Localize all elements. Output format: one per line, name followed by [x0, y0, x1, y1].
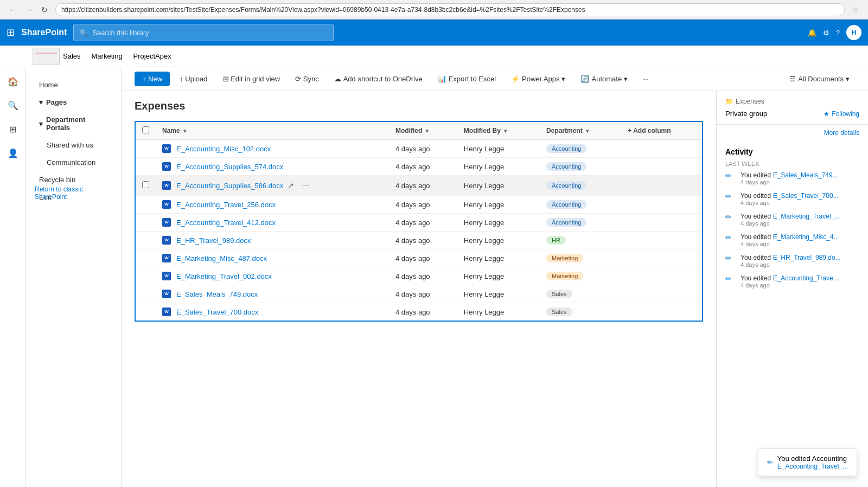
- return-classic-link[interactable]: Return to classic SharePoint: [26, 181, 121, 205]
- url-bar[interactable]: [55, 3, 845, 16]
- activity-file-link[interactable]: E_Marketing_Travel_...: [773, 213, 840, 220]
- activity-file-link[interactable]: E_Marketing_Misc_4...: [773, 233, 839, 241]
- file-name-cell: W E_Accounting_Travel_256.docx: [156, 196, 389, 214]
- file-link[interactable]: E_Sales_Travel_700.docx: [176, 308, 258, 316]
- file-link[interactable]: E_Accounting_Misc_102.docx: [176, 145, 271, 153]
- file-link[interactable]: E_Marketing_Misc_487.docx: [176, 254, 267, 262]
- recent-tab-projectapex[interactable]: ProjectApex: [133, 52, 171, 60]
- shortcut-button[interactable]: ☁ Add shortcut to OneDrive: [329, 72, 428, 86]
- notification-icon[interactable]: 🔔: [808, 29, 816, 37]
- row-checkbox-cell[interactable]: [135, 303, 156, 322]
- waffle-icon[interactable]: ⊞: [7, 27, 15, 39]
- row-checkbox-cell[interactable]: [135, 232, 156, 249]
- recent-thumbnail-sales[interactable]: Sales: [33, 48, 81, 65]
- recent-tab-sales[interactable]: Sales: [63, 52, 81, 60]
- activity-time: 4 days ago: [741, 282, 839, 289]
- row-checkbox-cell[interactable]: [135, 140, 156, 158]
- word-icon: W: [162, 144, 171, 153]
- sidebar-item-communication[interactable]: Communication: [30, 154, 117, 171]
- sidebar-icon-profile[interactable]: 👤: [3, 143, 23, 163]
- new-button[interactable]: + New: [135, 72, 170, 86]
- file-link[interactable]: E_Accounting_Travel_412.docx: [176, 219, 276, 227]
- activity-file-link[interactable]: E_Accounting_Trave...: [773, 274, 839, 282]
- row-checkbox-cell[interactable]: [135, 249, 156, 267]
- sidebar-item-dept-portals[interactable]: ▾ Department Portals: [30, 111, 117, 136]
- sidebar-icons: 🏠 🔍 ⊞ 👤: [0, 67, 26, 487]
- browser-nav[interactable]: ← → ↻: [5, 3, 51, 16]
- row-checkbox-cell[interactable]: [135, 267, 156, 285]
- modified-by-cell: Henry Legge: [457, 303, 540, 322]
- checkbox-all[interactable]: [142, 126, 149, 133]
- file-link[interactable]: E_Marketing_Travel_002.docx: [176, 272, 272, 280]
- row-checkbox[interactable]: [142, 181, 149, 188]
- add-column-button[interactable]: + Add column: [621, 121, 703, 140]
- row-checkbox-cell[interactable]: [135, 214, 156, 232]
- department-badge: Accounting: [546, 144, 586, 153]
- department-badge: HR: [546, 236, 566, 245]
- file-link[interactable]: E_Accounting_Supplies_574.docx: [176, 163, 283, 171]
- col-header-name[interactable]: Name ▼: [156, 121, 389, 140]
- sidebar-icon-search[interactable]: 🔍: [3, 95, 23, 115]
- activity-time: 4 days ago: [741, 220, 840, 227]
- department-cell: HR: [540, 232, 621, 249]
- search-box[interactable]: 🔍 Search this library: [73, 24, 334, 41]
- automate-icon: 🔄: [580, 75, 589, 83]
- forward-button[interactable]: →: [22, 3, 36, 16]
- table-row: W E_Accounting_Travel_256.docx 4 days ag…: [135, 196, 703, 214]
- sidebar-item-shared[interactable]: Shared with us: [30, 137, 117, 153]
- more-details-link[interactable]: More details: [717, 125, 868, 141]
- activity-title: Activity: [725, 148, 859, 156]
- following-button[interactable]: ★ Following: [824, 110, 859, 118]
- modified-by-cell: Henry Legge: [457, 249, 540, 267]
- col-header-modified[interactable]: Modified ▼: [389, 121, 457, 140]
- activity-file-link[interactable]: E_Sales_Meals_749...: [773, 171, 838, 179]
- department-cell: Accounting: [540, 140, 621, 158]
- power-apps-button[interactable]: ⚡ Power Apps ▾: [506, 72, 571, 86]
- more-button[interactable]: ···: [637, 72, 654, 86]
- modified-cell: 4 days ago: [389, 158, 457, 176]
- row-checkbox-cell[interactable]: [135, 176, 156, 196]
- sidebar-icon-apps[interactable]: ⊞: [3, 119, 23, 139]
- automate-button[interactable]: 🔄 Automate ▾: [575, 72, 633, 86]
- modified-cell: 4 days ago: [389, 285, 457, 303]
- more-actions-button[interactable]: ⋯: [299, 180, 311, 191]
- file-link[interactable]: E_Accounting_Travel_256.docx: [176, 201, 276, 209]
- panel-actions: Private group ★ Following: [725, 110, 859, 118]
- activity-file-link[interactable]: E_Sales_Travel_700...: [773, 192, 839, 200]
- department-badge: Accounting: [546, 181, 586, 190]
- activity-text: You edited E_Marketing_Travel_...: [741, 213, 840, 220]
- file-link[interactable]: E_Sales_Meals_749.docx: [176, 290, 258, 298]
- upload-button[interactable]: ↑ Upload: [174, 72, 213, 86]
- row-checkbox-cell[interactable]: [135, 158, 156, 176]
- sync-button[interactable]: ⟳ Sync: [290, 72, 324, 86]
- row-checkbox-cell[interactable]: [135, 285, 156, 303]
- select-all-checkbox[interactable]: [135, 121, 156, 140]
- help-icon[interactable]: ?: [836, 29, 840, 37]
- col-header-department[interactable]: Department ▼: [540, 121, 621, 140]
- avatar[interactable]: H: [846, 25, 861, 40]
- settings-icon[interactable]: ⚙: [823, 29, 829, 37]
- col-header-modified-by[interactable]: Modified By ▼: [457, 121, 540, 140]
- activity-file-link[interactable]: E_HR_Travel_989.do...: [773, 254, 841, 261]
- file-link[interactable]: E_Accounting_Supplies_586.docx: [176, 182, 283, 190]
- share-button[interactable]: ↗: [285, 180, 296, 191]
- edit-icon: ✏: [767, 458, 773, 466]
- row-checkbox-cell[interactable]: [135, 196, 156, 214]
- refresh-button[interactable]: ↻: [38, 3, 51, 16]
- file-name-cell: W E_Marketing_Travel_002.docx: [156, 267, 389, 285]
- sidebar-item-home[interactable]: Home: [30, 76, 117, 93]
- recent-tab-marketing[interactable]: Marketing: [92, 52, 123, 60]
- activity-time: 4 days ago: [741, 179, 838, 185]
- sidebar-icon-home[interactable]: 🏠: [3, 72, 23, 91]
- toast-notification: ✏ You edited Accounting E_Accounting_Tra…: [758, 448, 857, 476]
- file-link[interactable]: E_HR_Travel_989.docx: [176, 236, 251, 245]
- bookmark-icon[interactable]: ☆: [849, 5, 863, 14]
- export-button[interactable]: 📊 Export to Excel: [432, 72, 501, 86]
- all-docs-button[interactable]: ☰ All Documents ▾: [784, 72, 855, 86]
- toolbar: + New ↑ Upload ⊞ Edit in grid view ⟳ Syn…: [122, 67, 868, 91]
- sidebar-item-pages[interactable]: ▾ Pages: [30, 94, 117, 111]
- modified-cell: 4 days ago: [389, 176, 457, 196]
- edit-grid-button[interactable]: ⊞ Edit in grid view: [218, 72, 286, 86]
- back-button[interactable]: ←: [5, 3, 20, 16]
- activity-text: You edited E_Accounting_Trave...: [741, 274, 839, 282]
